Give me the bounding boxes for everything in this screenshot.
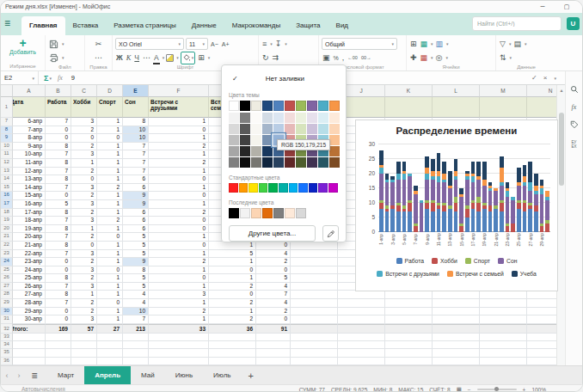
row-header-34[interactable]: 34 — [1, 341, 13, 349]
cell[interactable] — [338, 349, 385, 357]
header-cell[interactable] — [480, 97, 527, 118]
cell[interactable] — [480, 341, 527, 349]
cell[interactable] — [480, 308, 527, 316]
cell[interactable] — [291, 324, 338, 334]
cell[interactable] — [97, 358, 123, 365]
cell[interactable] — [433, 341, 480, 349]
cell[interactable]: 7-апр — [13, 126, 46, 135]
add-sheet-button[interactable]: + — [249, 371, 254, 381]
cell[interactable] — [433, 334, 480, 341]
row-header-12[interactable]: 12 — [1, 159, 13, 168]
theme-color-swatch[interactable] — [318, 101, 328, 111]
sheet-tab-Июль[interactable]: Июль — [203, 366, 241, 385]
cell[interactable] — [291, 266, 338, 275]
cell[interactable] — [46, 341, 71, 349]
cell[interactable]: 9 — [123, 258, 149, 266]
cell[interactable] — [123, 341, 149, 349]
cell[interactable]: 2 — [149, 258, 209, 266]
theme-color-swatch[interactable] — [240, 101, 250, 111]
cell[interactable] — [71, 358, 97, 365]
maximize-button[interactable]: ▢ — [562, 3, 572, 10]
cell[interactable] — [13, 349, 46, 357]
cell[interactable]: 0 — [97, 233, 123, 242]
column-header-C[interactable]: C — [71, 85, 97, 97]
cell[interactable]: 25-апр — [13, 274, 46, 283]
cell[interactable]: 1 — [149, 283, 209, 291]
tint-swatch[interactable] — [240, 124, 250, 134]
highlight-color-button[interactable] — [166, 54, 174, 62]
tab-Вставка[interactable]: Вставка — [65, 16, 107, 35]
insert-function-button[interactable]: fx — [58, 74, 63, 82]
recent-color-swatch[interactable] — [262, 208, 273, 218]
cell[interactable]: 0 — [71, 134, 97, 143]
cell[interactable] — [149, 334, 209, 341]
tint-swatch[interactable] — [285, 157, 295, 168]
cell[interactable] — [433, 324, 480, 334]
standard-color-swatch[interactable] — [259, 183, 268, 193]
more-icon[interactable]: ⋯ — [142, 52, 151, 64]
app-menu-icon[interactable]: ≡ — [4, 17, 10, 29]
tint-swatch[interactable] — [262, 124, 273, 134]
chevron-down-icon[interactable]: ▾ — [446, 41, 449, 46]
cell[interactable] — [527, 334, 558, 341]
font-family-select[interactable]: XO Oriel▾ — [115, 38, 184, 50]
name-box[interactable]: E2 ▾ — [1, 71, 39, 84]
cell[interactable]: 2 — [71, 168, 97, 176]
cell[interactable]: 213 — [123, 324, 149, 334]
next-sheet-icon[interactable]: › — [13, 371, 25, 380]
cell[interactable]: 0 — [71, 242, 97, 250]
cell[interactable]: 0 — [46, 308, 71, 316]
cell[interactable]: 2 — [149, 209, 209, 217]
cell[interactable]: 4 — [256, 283, 291, 291]
cell[interactable]: 1 — [149, 118, 209, 126]
cell[interactable]: 8 — [123, 266, 149, 275]
cell[interactable] — [385, 299, 433, 308]
cell[interactable] — [433, 308, 480, 316]
cell[interactable]: 2 — [149, 308, 209, 316]
cell[interactable]: 2 — [149, 159, 209, 168]
font-size-select[interactable]: 11▾ — [186, 38, 208, 50]
cell[interactable]: 2 — [71, 209, 97, 217]
cell[interactable] — [291, 308, 338, 316]
chevron-down-icon[interactable]: ▾ — [176, 55, 179, 60]
standard-color-swatch[interactable] — [249, 183, 258, 193]
theme-color-swatch[interactable] — [262, 101, 273, 111]
freeze-panes-icon[interactable]: ◎ — [435, 52, 444, 64]
row-header-36[interactable]: 36 — [1, 358, 13, 365]
cell[interactable]: 1 — [149, 200, 209, 209]
row-header-25[interactable]: 25 — [1, 266, 13, 275]
cell[interactable] — [71, 334, 97, 341]
sheet-tab-Май[interactable]: Май — [131, 366, 165, 385]
cell[interactable]: 7 — [46, 150, 71, 159]
italic-button[interactable]: К — [126, 52, 132, 64]
cell[interactable]: 0 — [97, 266, 123, 275]
cell[interactable]: 9 — [123, 192, 149, 200]
autosum-button[interactable]: Σ — [44, 74, 48, 83]
cell[interactable]: 7 — [123, 159, 149, 168]
cell[interactable]: 3 — [71, 118, 97, 126]
tint-swatch[interactable] — [273, 157, 284, 168]
cell[interactable]: 0 — [46, 266, 71, 275]
cell[interactable]: 6 — [123, 225, 149, 234]
cell[interactable]: 8 — [46, 274, 71, 283]
row-header-16[interactable]: 16 — [1, 192, 13, 200]
recent-color-swatch[interactable] — [296, 208, 306, 218]
print-icon[interactable] — [48, 52, 59, 64]
tab-Макрокоманды[interactable]: Макрокоманды — [224, 16, 288, 35]
delete-cells-icon[interactable]: ▦ — [420, 52, 429, 64]
cell[interactable]: 26-апр — [13, 283, 46, 291]
cell[interactable]: 91 — [256, 324, 291, 334]
cell[interactable]: 169 — [46, 324, 71, 334]
cell[interactable]: 3 — [71, 184, 97, 193]
standard-color-swatch[interactable] — [229, 183, 238, 193]
cell[interactable] — [291, 349, 338, 357]
cell[interactable]: 2 — [97, 184, 123, 193]
search-panel-icon[interactable] — [570, 85, 579, 94]
cell[interactable]: 15-апр — [13, 192, 46, 200]
vertical-align-button[interactable]: ↧ — [274, 39, 283, 50]
cell[interactable]: 0 — [46, 315, 71, 324]
formula-input[interactable]: 9 — [71, 74, 75, 82]
cell[interactable] — [385, 334, 433, 341]
cell[interactable]: 8 — [123, 118, 149, 126]
named-ranges-panel-icon[interactable] — [570, 120, 579, 129]
